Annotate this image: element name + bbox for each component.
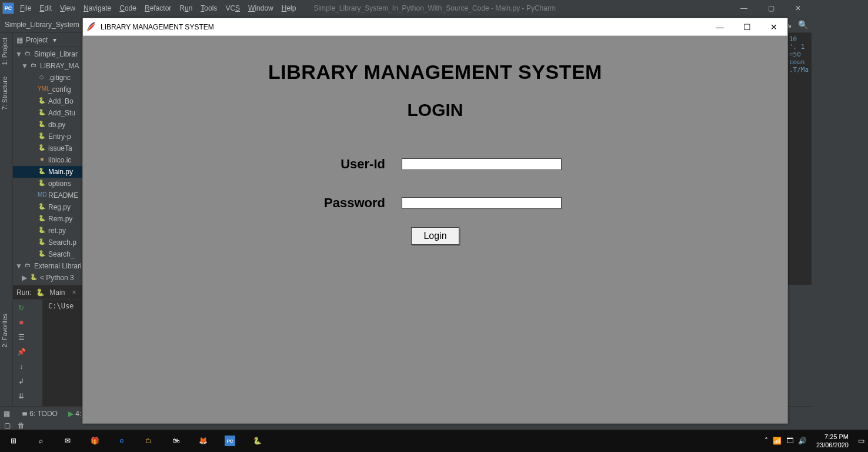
minimize-icon[interactable]: —: [730, 0, 757, 16]
menu-file[interactable]: File: [20, 4, 31, 12]
wrap-icon[interactable]: ↲: [15, 375, 28, 388]
password-field[interactable]: [402, 197, 562, 209]
user-id-field[interactable]: [402, 158, 562, 170]
tree-row[interactable]: ★libico.ic: [13, 154, 83, 166]
gift-app-icon[interactable]: 🎁: [81, 430, 108, 452]
firefox-icon[interactable]: 🦊: [189, 430, 216, 452]
tree-row[interactable]: 🐍options: [13, 178, 83, 190]
pycharm-logo-icon: PC: [2, 2, 14, 14]
menu-run[interactable]: Run: [179, 4, 192, 12]
volume-icon[interactable]: 🔊: [798, 437, 807, 445]
tree-row[interactable]: ◇.gitignc: [13, 72, 83, 84]
tree-row[interactable]: 🐍Search_: [13, 248, 83, 260]
search-icon[interactable]: 🔍: [798, 20, 808, 29]
pin-icon[interactable]: 📌: [15, 345, 28, 358]
side-tab-structure[interactable]: 7: Structure: [0, 72, 9, 115]
tree-twisty-icon[interactable]: ▶: [21, 274, 27, 282]
login-button[interactable]: Login: [411, 227, 459, 245]
menu-edit[interactable]: Edit: [39, 4, 52, 12]
tree-row[interactable]: 🐍Search.p: [13, 237, 83, 248]
tree-row[interactable]: ▼🗀External Librari: [13, 260, 83, 272]
tree-row[interactable]: 🐍Entry-p: [13, 131, 83, 142]
menu-help[interactable]: Help: [282, 4, 296, 12]
tree-row[interactable]: ▼🗀Simple_Librar: [13, 48, 83, 60]
tree-row[interactable]: ▼🗀LIBRAY_MA: [13, 60, 83, 72]
tree-row[interactable]: 🐍Main.py: [13, 166, 83, 178]
status-todo[interactable]: ≣ 6: TODO: [22, 410, 58, 418]
tree-row[interactable]: 🐍db.py: [13, 119, 83, 131]
tree-twisty-icon[interactable]: ▼: [21, 62, 27, 70]
run-config-name[interactable]: Main: [49, 288, 65, 297]
page-title: LIBRARY MANAGEMENT SYSTEM: [83, 61, 787, 84]
side-tab-favorites[interactable]: 2: Favorites: [0, 309, 9, 352]
tk-feather-icon: [85, 21, 97, 33]
tree-label: < Python 3: [40, 274, 74, 282]
close-icon[interactable]: ✕: [784, 0, 812, 16]
down-icon[interactable]: ↓: [15, 360, 28, 373]
editor-area[interactable]: 10', 1=50coun.T/Ma: [788, 33, 812, 285]
mail-app-icon[interactable]: ✉: [54, 430, 81, 452]
ms-store-icon[interactable]: 🛍: [162, 430, 189, 452]
maximize-icon[interactable]: ▢: [757, 0, 784, 16]
menu-refactor[interactable]: Refactor: [145, 4, 171, 12]
menu-view[interactable]: View: [60, 4, 75, 12]
tk-maximize-icon[interactable]: ☐: [733, 18, 760, 36]
tree-row[interactable]: 🐍Add_Stu: [13, 107, 83, 119]
tree-row[interactable]: 🐍Add_Bo: [13, 95, 83, 107]
tk-minimize-icon[interactable]: —: [706, 18, 733, 36]
editor-fragment: .T/Ma: [789, 66, 810, 74]
tree-row[interactable]: 🐍ret.py: [13, 225, 83, 237]
python-taskbar-icon[interactable]: 🐍: [243, 430, 271, 452]
tree-row[interactable]: YML_config: [13, 84, 83, 95]
layout-icon[interactable]: ☰: [15, 331, 28, 344]
search-button[interactable]: ⌕: [27, 430, 54, 452]
menu-tools[interactable]: Tools: [201, 4, 217, 12]
breadcrumb[interactable]: Simple_Library_System: [5, 21, 79, 29]
tk-content: LIBRARY MANAGEMENT SYSTEM LOGIN User-Id …: [83, 61, 787, 245]
tree-label: LIBRAY_MA: [40, 62, 79, 70]
tree-label: db.py: [48, 121, 65, 129]
wifi-icon[interactable]: 📶: [773, 437, 782, 445]
tree-twisty-icon[interactable]: ▼: [15, 50, 21, 58]
edge-icon[interactable]: e: [108, 430, 135, 452]
menu-window[interactable]: Window: [248, 4, 273, 12]
tree-row[interactable]: 🐍issueTa: [13, 142, 83, 154]
tray-chevron-icon[interactable]: ˄: [764, 437, 768, 445]
tree-row[interactable]: ▶🐍< Python 3: [13, 272, 83, 284]
tk-close-icon[interactable]: ✕: [760, 18, 787, 36]
password-row: Password: [83, 195, 787, 211]
start-button[interactable]: ⊞: [0, 430, 27, 452]
run-console[interactable]: C:\Use: [45, 300, 84, 406]
tree-row[interactable]: 🐍Reg.py: [13, 201, 83, 213]
menu-vcs[interactable]: VCS: [225, 4, 240, 12]
py-file-icon: 🐍: [38, 97, 46, 105]
editor-fragment: 10: [789, 35, 810, 43]
menu-navigate[interactable]: Navigate: [84, 4, 111, 12]
password-label: Password: [309, 195, 385, 211]
run-tool-window: Run: 🐍 Main × ↻ ■ ☰ 📌 ↓ ↲ ⇊ 🖶 🗑 C:\Use: [13, 285, 84, 406]
tree-label: Reg.py: [48, 203, 71, 211]
project-tool-header[interactable]: ▦ Project ▾: [13, 33, 83, 47]
side-tab-project[interactable]: 1: Project: [0, 33, 9, 69]
py-file-icon: 🐍: [38, 132, 46, 141]
notifications-icon[interactable]: ▭: [858, 437, 864, 445]
close-tab-icon[interactable]: ×: [72, 288, 76, 297]
rerun-icon[interactable]: ↻: [15, 301, 28, 314]
tree-row[interactable]: 🐍Rem.py: [13, 213, 83, 225]
chevron-down-icon[interactable]: ▾: [53, 36, 56, 44]
stop-icon[interactable]: ■: [15, 316, 28, 329]
status-run[interactable]: ▶ 4:: [68, 410, 81, 418]
user-id-row: User-Id: [83, 157, 787, 172]
pycharm-taskbar-icon[interactable]: PC: [216, 430, 243, 452]
tray-clock[interactable]: 7:25 PM 23/06/2020: [812, 433, 853, 449]
battery-icon[interactable]: 🗔: [786, 437, 793, 445]
editor-fragment: coun: [789, 58, 810, 66]
md-file-icon: MD: [38, 191, 46, 200]
tree-twisty-icon[interactable]: ▼: [15, 262, 21, 270]
tool-window-icon[interactable]: ▦: [4, 410, 10, 418]
project-tree[interactable]: ▼🗀Simple_Librar▼🗀LIBRAY_MA◇.gitigncYML_c…: [13, 47, 83, 284]
scroll-icon[interactable]: ⇊: [15, 390, 28, 403]
menu-code[interactable]: Code: [119, 4, 136, 12]
file-explorer-icon[interactable]: 🗀: [135, 430, 162, 452]
tree-row[interactable]: MDREADME: [13, 190, 83, 201]
